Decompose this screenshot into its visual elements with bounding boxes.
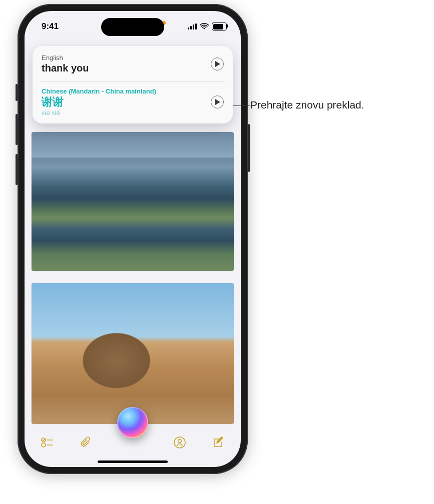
svg-point-5 [178, 440, 181, 443]
compose-icon [212, 436, 225, 449]
dynamic-island [101, 18, 164, 36]
status-time: 9:41 [42, 22, 59, 32]
cellular-signal-icon [188, 24, 197, 30]
iphone-frame: 9:41 [18, 4, 248, 474]
callout-label: Prehrajte znovu preklad. [250, 99, 364, 111]
screen: 9:41 [25, 11, 241, 467]
checklist-button[interactable] [40, 435, 55, 450]
play-icon [215, 99, 220, 105]
checklist-icon [41, 436, 54, 449]
play-source-button[interactable] [211, 58, 224, 70]
side-button [248, 124, 250, 172]
play-translation-button[interactable] [211, 96, 224, 108]
battery-icon [212, 22, 227, 30]
source-language-label: English [42, 54, 89, 62]
wifi-icon [200, 23, 209, 30]
attachment-button[interactable] [79, 435, 94, 450]
svg-point-1 [42, 443, 46, 447]
translation-source: English thank you [42, 54, 89, 74]
photo-desert-arch [32, 283, 234, 424]
mention-button[interactable] [172, 435, 187, 450]
volume-down-button [16, 154, 18, 185]
siri-orb[interactable] [117, 407, 148, 438]
target-language-label: Chinese (Mandarin - China mainland) [42, 88, 156, 95]
target-phrase: 谢谢 [42, 96, 156, 108]
source-phrase: thank you [42, 62, 89, 74]
siri-translation-card: English thank you Chinese (Mandarin - Ch… [33, 46, 233, 124]
paperclip-icon [80, 436, 93, 449]
translation-source-row: English thank you [42, 54, 224, 74]
translation-target: Chinese (Mandarin - China mainland) 谢谢 x… [42, 88, 156, 116]
home-indicator[interactable] [98, 460, 168, 463]
target-romanization: xiè xiè [42, 109, 156, 116]
translation-target-row: Chinese (Mandarin - China mainland) 谢谢 x… [42, 88, 224, 116]
photo-river [32, 132, 234, 271]
person-circle-icon [173, 436, 186, 449]
ring-switch [16, 84, 18, 101]
card-divider [41, 81, 225, 82]
play-icon [215, 61, 220, 67]
volume-up-button [16, 114, 18, 145]
figure-stage: 9:41 [0, 0, 434, 504]
status-right-cluster [188, 22, 227, 30]
compose-button[interactable] [211, 435, 226, 450]
